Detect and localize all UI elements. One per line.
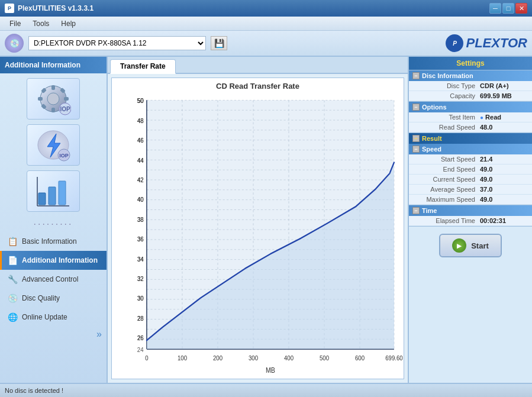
capacity-value: 699.59 MB <box>480 92 527 99</box>
average-speed-label: Average Speed <box>414 186 480 193</box>
end-speed-row: End Speed 49.0 <box>409 164 532 175</box>
menu-tools[interactable]: Tools <box>28 18 54 29</box>
chart-svg: 50 48 46 44 42 40 38 36 34 32 30 28 26 2… <box>112 93 404 379</box>
read-speed-label: Read Speed <box>414 124 480 131</box>
svg-text:46: 46 <box>137 137 144 144</box>
svg-text:699.60: 699.60 <box>385 354 403 362</box>
disc-type-row: Disc Type CDR (A+) <box>409 81 532 91</box>
svg-rect-19 <box>59 181 66 205</box>
drive-select[interactable]: D:PLEXTOR DVDR PX-880SA 1.12 <box>28 36 206 50</box>
right-panel: Settings − Disc Information Disc Type CD… <box>408 57 532 383</box>
disc-info-header: − Disc Information <box>409 70 532 81</box>
sidebar-item-advanced-control[interactable]: 🔧 Advanced Control <box>0 270 107 289</box>
speed-collapse[interactable]: − <box>412 146 420 153</box>
plextor-text: PLEXTOR <box>466 35 527 51</box>
svg-text:50: 50 <box>137 98 144 105</box>
svg-text:42: 42 <box>137 176 143 183</box>
result-header: − Result <box>409 133 532 144</box>
sidebar-item-additional-information[interactable]: 📄 Additional Information <box>0 251 107 270</box>
svg-text:38: 38 <box>137 216 144 223</box>
online-update-icon: 🌐 <box>7 311 18 323</box>
sidebar-nav: 📋 Basic Information 📄 Additional Informa… <box>0 232 107 327</box>
plextor-circle-icon: P <box>446 34 463 52</box>
tab-transfer-rate[interactable]: Transfer Rate <box>110 59 176 74</box>
status-text: No disc is detected ! <box>5 387 63 394</box>
time-header: − Time <box>409 205 532 216</box>
sidebar-icon-chart[interactable] <box>27 170 80 212</box>
minimize-button[interactable]: ─ <box>489 3 501 14</box>
svg-text:44: 44 <box>137 157 144 164</box>
disc-info-collapse[interactable]: − <box>412 72 420 79</box>
sidebar-icon-gear[interactable]: IOP <box>27 78 80 120</box>
svg-rect-3 <box>51 108 55 112</box>
svg-text:300: 300 <box>249 354 258 362</box>
tab-bar: Transfer Rate <box>108 57 408 74</box>
sidebar-expand-button[interactable]: » <box>0 327 107 342</box>
sidebar-item-label-online: Online Update <box>22 313 67 321</box>
lightning-svg-icon: IOP <box>36 129 71 162</box>
svg-text:500: 500 <box>320 354 329 362</box>
speed-header: − Speed <box>409 144 532 154</box>
sidebar-item-label-disc: Disc Quality <box>22 294 60 302</box>
content-area: Transfer Rate CD Read Transfer Rate <box>108 57 408 383</box>
disc-information-section: − Disc Information Disc Type CDR (A+) Ca… <box>409 70 532 102</box>
close-button[interactable]: ✕ <box>515 3 527 14</box>
window-controls: ─ □ ✕ <box>489 3 527 14</box>
current-speed-value: 49.0 <box>480 176 527 183</box>
end-speed-label: End Speed <box>414 166 480 173</box>
svg-rect-2 <box>51 85 55 90</box>
end-speed-value: 49.0 <box>480 166 527 173</box>
svg-text:IOP: IOP <box>59 153 69 159</box>
capacity-label: Capacity <box>414 92 480 99</box>
svg-rect-5 <box>64 97 69 101</box>
svg-text:30: 30 <box>137 295 144 302</box>
svg-text:28: 28 <box>137 315 144 322</box>
start-speed-label: Start Speed <box>414 156 480 163</box>
test-item-value: ● Read <box>480 114 527 121</box>
svg-text:MB: MB <box>266 366 275 374</box>
read-speed-row: Read Speed 48.0 <box>409 122 532 133</box>
capacity-row: Capacity 699.59 MB <box>409 91 532 101</box>
sidebar-item-disc-quality[interactable]: 💿 Disc Quality <box>0 289 107 308</box>
sidebar-item-basic-information[interactable]: 📋 Basic Information <box>0 232 107 251</box>
max-speed-row: Maximum Speed 49.0 <box>409 195 532 205</box>
max-speed-value: 49.0 <box>480 196 527 203</box>
elapsed-time-value: 00:02:31 <box>480 217 527 224</box>
sidebar-icon-lightning[interactable]: IOP <box>27 124 80 166</box>
current-speed-label: Current Speed <box>414 176 480 183</box>
read-speed-value: 48.0 <box>480 124 527 131</box>
start-button[interactable]: ▶ Start <box>439 234 502 257</box>
drive-icon: 💿 <box>5 34 24 53</box>
svg-rect-18 <box>49 187 56 205</box>
svg-text:100: 100 <box>178 354 187 362</box>
svg-text:40: 40 <box>137 196 144 204</box>
svg-text:34: 34 <box>137 256 144 263</box>
elapsed-time-row: Elapsed Time 00:02:31 <box>409 216 532 226</box>
save-button[interactable]: 💾 <box>211 36 227 50</box>
sidebar-icons: IOP IOP <box>0 73 107 217</box>
options-collapse[interactable]: − <box>412 104 420 111</box>
svg-rect-17 <box>38 193 46 205</box>
menu-help[interactable]: Help <box>56 18 80 29</box>
svg-text:0: 0 <box>145 354 149 362</box>
menu-file[interactable]: File <box>5 18 25 29</box>
sidebar-item-online-update[interactable]: 🌐 Online Update <box>0 308 107 327</box>
average-speed-row: Average Speed 37.0 <box>409 185 532 195</box>
svg-text:36: 36 <box>137 236 144 243</box>
result-collapse[interactable]: − <box>412 135 420 142</box>
maximize-button[interactable]: □ <box>502 3 514 14</box>
start-speed-value: 21.4 <box>480 156 527 163</box>
start-button-icon: ▶ <box>452 238 466 253</box>
start-btn-area: ▶ Start <box>409 227 532 264</box>
time-collapse[interactable]: − <box>412 207 420 214</box>
svg-text:600: 600 <box>355 354 365 362</box>
current-speed-row: Current Speed 49.0 <box>409 175 532 185</box>
test-item-row: Test Item ● Read <box>409 112 532 122</box>
options-section: − Options Test Item ● Read Read Speed 48… <box>409 102 532 133</box>
chart-title: CD Read Transfer Rate <box>112 78 404 91</box>
average-speed-value: 37.0 <box>480 186 527 193</box>
sidebar-item-label-basic: Basic Information <box>22 237 77 246</box>
elapsed-time-label: Elapsed Time <box>414 217 480 224</box>
advanced-control-icon: 🔧 <box>7 273 18 285</box>
disc-info-rows: Disc Type CDR (A+) Capacity 699.59 MB <box>409 81 532 101</box>
